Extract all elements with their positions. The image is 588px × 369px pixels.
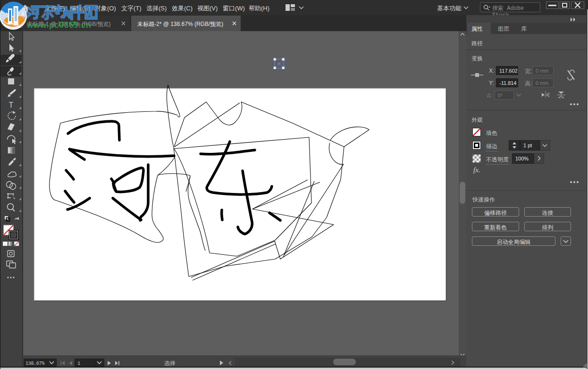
svg-text:T: T: [9, 101, 14, 109]
svg-text:www.pc0359.cn: www.pc0359.cn: [26, 20, 91, 30]
